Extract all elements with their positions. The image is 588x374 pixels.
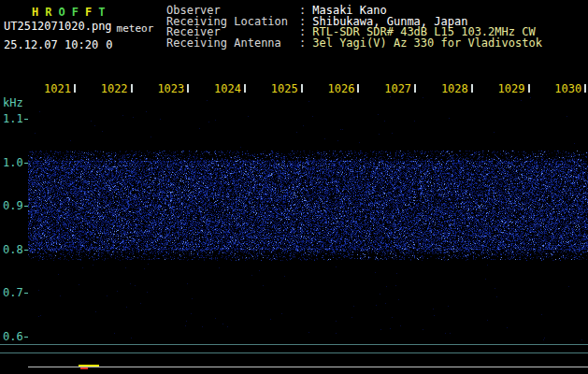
- spectrogram-canvas: [28, 94, 588, 341]
- tick-mark: [471, 84, 473, 93]
- app-title-letter: O: [58, 6, 65, 19]
- signal-baseline: [28, 367, 588, 367]
- datetime-text: 25.12.07 10:20: [4, 38, 98, 51]
- hrofft-window: HROFFT UT2512071020.pngmeteor 25.12.07 1…: [0, 0, 588, 374]
- app-title-letter: F: [85, 6, 92, 19]
- info-row-antenna: Receiving Antenna:3el Yagi(V) Az 330 for…: [166, 38, 542, 50]
- tick-mark: [187, 84, 189, 93]
- time-axis-tick: 1030: [554, 79, 586, 90]
- tick-mark: [584, 84, 586, 93]
- frequency-axis-label: 1.1: [3, 113, 23, 124]
- reference-line-upper: [0, 344, 588, 345]
- tick-mark: [528, 84, 530, 93]
- app-title: HROFFT: [32, 6, 111, 19]
- app-title-letter: F: [72, 6, 79, 19]
- app-title-letter: H: [32, 6, 38, 19]
- noise-level-marker-yellow: [79, 365, 99, 367]
- time-axis-tick: 1028: [441, 79, 473, 90]
- tick-mark: [244, 84, 246, 93]
- frequency-axis-unit: kHz: [3, 96, 23, 109]
- noise-level-marker-red: [80, 367, 88, 369]
- app-title-letter: R: [45, 6, 51, 19]
- time-axis-tick: 1021: [44, 79, 76, 90]
- app-title-letter: T: [98, 6, 105, 19]
- frequency-axis-label: 0.8: [3, 244, 23, 255]
- tick-mark: [357, 84, 359, 93]
- datetime-line: 25.12.07 10:200: [4, 38, 112, 51]
- frequency-axis-label: 0.6: [3, 331, 23, 342]
- tick-mark: [414, 84, 416, 93]
- frequency-axis-label: 0.9: [3, 200, 23, 211]
- info-value: 3el Yagi(V) Az 330 for Vladivostok: [312, 36, 542, 50]
- observation-comment: meteor: [117, 22, 154, 35]
- reference-line-lower: [0, 352, 588, 353]
- info-colon: :: [299, 36, 306, 50]
- echo-counter: 0: [106, 38, 112, 51]
- time-axis-tick: 1025: [271, 79, 303, 90]
- time-axis-tick: 1029: [498, 79, 530, 90]
- output-filename: UT2512071020.png: [4, 20, 112, 33]
- time-axis-tick: 1026: [328, 79, 360, 90]
- frequency-axis-label: 1.0: [3, 157, 23, 168]
- time-axis-tick: 1022: [101, 79, 133, 90]
- observation-info: Observer:Masaki Kano Receiving Location:…: [166, 6, 542, 49]
- tick-mark: [301, 84, 303, 93]
- info-label: Receiving Antenna: [166, 38, 299, 50]
- frequency-axis-label: 0.7: [3, 287, 23, 298]
- time-axis-tick: 1024: [214, 79, 246, 90]
- tick-mark: [131, 84, 133, 93]
- time-axis-tick: 1023: [157, 79, 189, 90]
- time-axis-tick: 1027: [384, 79, 416, 90]
- output-filename-line: UT2512071020.pngmeteor: [4, 20, 153, 33]
- tick-mark: [74, 84, 76, 93]
